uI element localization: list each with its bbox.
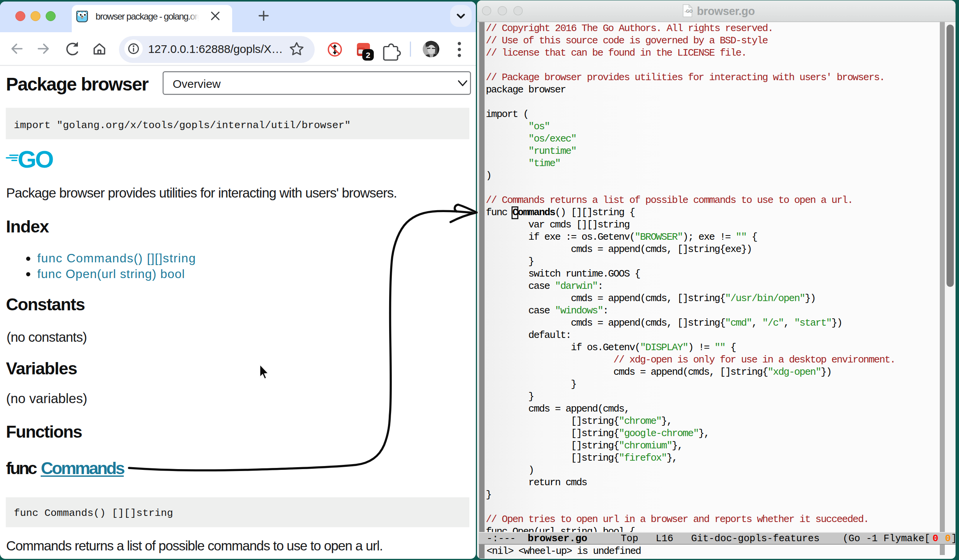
svg-text:Index: Index xyxy=(6,217,50,236)
svg-text:// xdg-open is only for use in: // xdg-open is only for use in a desktop… xyxy=(614,354,895,366)
svg-text:[]string{"chromium"},: []string{"chromium"}, xyxy=(571,440,683,451)
svg-text:}: } xyxy=(571,379,576,390)
svg-text:"os/exec": "os/exec" xyxy=(528,133,576,145)
svg-text:[]string{"chrome"},: []string{"chrome"}, xyxy=(571,415,672,427)
svg-text:switch runtime.GOOS {: switch runtime.GOOS { xyxy=(528,268,640,280)
svg-text:browser package - golang.org: browser package - golang.org xyxy=(96,11,202,21)
svg-text:"time": "time" xyxy=(528,158,560,169)
svg-text:browser.go: browser.go xyxy=(528,533,587,544)
svg-text:Commands returns a list of pos: Commands returns a list of possible comm… xyxy=(6,538,383,553)
svg-text:Constants: Constants xyxy=(6,295,85,314)
svg-text:Git-doc-gopls-features: Git-doc-gopls-features xyxy=(691,533,820,544)
svg-text:// Commands returns a list of: // Commands returns a list of possible c… xyxy=(486,194,853,206)
svg-text:cmds = append(cmds, []string{e: cmds = append(cmds, []string{exe}) xyxy=(571,244,752,255)
svg-text:"os": "os" xyxy=(528,121,550,132)
svg-text:case "darwin":: case "darwin": xyxy=(528,280,603,292)
svg-text:[]string{"google-chrome"},: []string{"google-chrome"}, xyxy=(571,428,709,439)
svg-text:cmds = append(cmds, []string{": cmds = append(cmds, []string{"xdg-open"}… xyxy=(614,366,832,378)
svg-text:// license that can be found i: // license that can be found in the LICE… xyxy=(486,47,746,59)
svg-text:Overview: Overview xyxy=(173,77,221,90)
svg-text:// Package browser provides ut: // Package browser provides utilities fo… xyxy=(486,72,885,83)
svg-text:Functions: Functions xyxy=(6,422,82,441)
svg-text:Package browser: Package browser xyxy=(6,74,149,94)
svg-text:L16: L16 xyxy=(656,533,673,544)
svg-text:func: func xyxy=(6,459,37,478)
svg-text:127.0.0.1:62888/gopls/X…: 127.0.0.1:62888/gopls/X… xyxy=(148,43,283,55)
svg-text:(Go -1 Flymake[: (Go -1 Flymake[ xyxy=(843,533,930,544)
svg-text:return cmds: return cmds xyxy=(528,477,587,488)
svg-text:-GO: -GO xyxy=(685,9,693,13)
svg-text:if exe := os.Getenv("BROWSER"): if exe := os.Getenv("BROWSER"); exe != "… xyxy=(528,231,757,243)
svg-text:import (: import ( xyxy=(486,109,528,120)
svg-text:Commands: Commands xyxy=(41,459,124,478)
svg-text:GO: GO xyxy=(18,146,53,173)
svg-text:func Commands() [][]string: func Commands() [][]string xyxy=(37,251,196,265)
svg-text:0: 0 xyxy=(945,533,951,544)
svg-text:[]string{"firefox"},: []string{"firefox"}, xyxy=(571,452,677,464)
svg-text:// Open tries to open url in a: // Open tries to open url in a browser a… xyxy=(486,514,868,525)
svg-text:0: 0 xyxy=(933,533,938,544)
svg-text:func Open(url string) bool: func Open(url string) bool xyxy=(37,267,185,281)
svg-text:cmds = append(cmds, []string{": cmds = append(cmds, []string{"cmd", "/c"… xyxy=(571,317,842,329)
svg-text:(no constants): (no constants) xyxy=(7,329,87,344)
svg-text:Top: Top xyxy=(621,533,639,544)
svg-text:Variables: Variables xyxy=(6,359,77,378)
svg-text:default:: default: xyxy=(528,329,571,341)
svg-text:cmds = append(cmds,: cmds = append(cmds, xyxy=(528,403,629,415)
svg-text:if os.Getenv("DISPLAY") != "": if os.Getenv("DISPLAY") != "" { xyxy=(571,342,736,353)
svg-text:// Copyright 2016 The Go Autho: // Copyright 2016 The Go Authors. All ri… xyxy=(486,23,773,34)
svg-text:Package browser provides utili: Package browser provides utilities for i… xyxy=(6,185,397,200)
svg-text:}: } xyxy=(528,391,534,402)
svg-text:"runtime": "runtime" xyxy=(528,145,576,157)
svg-text:(no variables): (no variables) xyxy=(6,391,87,406)
svg-text:import "golang.org/x/tools/gop: import "golang.org/x/tools/gopls/interna… xyxy=(14,120,351,131)
svg-text:-:---: -:--- xyxy=(487,533,516,544)
svg-text:func Commands() [][]string: func Commands() [][]string xyxy=(14,507,173,519)
svg-text:): ) xyxy=(486,170,491,181)
svg-text:cmds = append(cmds, []string{": cmds = append(cmds, []string{"/usr/bin/o… xyxy=(571,293,815,304)
svg-text:package browser: package browser xyxy=(486,84,566,96)
svg-text:// Use of this source code is: // Use of this source code is governed b… xyxy=(486,35,768,46)
svg-text:}: } xyxy=(528,256,534,267)
svg-text:2: 2 xyxy=(366,51,370,59)
svg-text:<nil> <wheel-up> is undefined: <nil> <wheel-up> is undefined xyxy=(487,545,641,557)
svg-text:case "windows":: case "windows": xyxy=(528,305,608,316)
svg-text:browser.go: browser.go xyxy=(697,5,755,17)
svg-text:func Commands() [][]string {: func Commands() [][]string { xyxy=(486,207,635,218)
svg-text:): ) xyxy=(528,464,534,476)
svg-text:}: } xyxy=(486,489,491,501)
svg-text:var cmds [][]string: var cmds [][]string xyxy=(528,219,629,231)
